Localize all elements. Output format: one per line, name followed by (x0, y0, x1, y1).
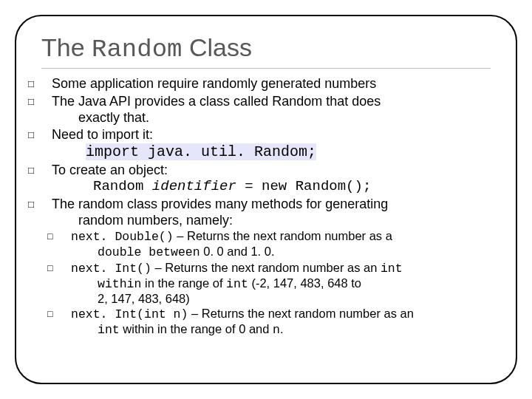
txt: within in the range of 0 and (120, 322, 273, 335)
bullet-icon: □ (41, 78, 52, 90)
slide-frame: The Random Class □Some application requi… (15, 15, 517, 384)
slide-body: □Some application require randomly gener… (41, 76, 491, 338)
bullet-icon: □ (41, 129, 52, 141)
bullet-need-import: □Need to import it: (41, 127, 491, 143)
bullet-text: Need to import it: (52, 127, 153, 142)
code-import-text: import java. util. Random; (86, 143, 316, 160)
range: 0. 0 and 1. 0. (200, 245, 275, 258)
bullet-text-cont: random numbers, namely: (55, 213, 491, 229)
dash: – (151, 261, 165, 274)
txt: in the range of (141, 276, 226, 290)
bullet-icon: □ (61, 231, 71, 242)
sub-bullet-nextdouble: □next. Double() – Returns the next rando… (61, 229, 491, 260)
range: (-2, 147, 483, 648 to (248, 276, 361, 290)
bullet-create-object: □To create an object: (41, 163, 491, 179)
desc: Returns the next random number as an (202, 307, 414, 320)
bullet-icon: □ (41, 96, 52, 108)
desc: Returns the next random number as a (187, 229, 392, 242)
bullet-methods: □The random class provides many methods … (41, 197, 491, 228)
code-part: = new Random(); (236, 178, 371, 194)
desc-line3: 2, 147, 483, 648) (74, 292, 491, 307)
bullet-java-api: □The Java API provides a class called Ra… (41, 94, 491, 126)
kw-int: int (226, 277, 248, 291)
kw-int: int (381, 262, 403, 276)
code-import: import java. util. Random; (86, 143, 491, 161)
method-code: next. Double() (71, 230, 174, 244)
desc-line2: int within in the range of 0 and n. (74, 322, 491, 338)
method-code: next. Int(int n) (71, 307, 188, 321)
sub-bullet-nextint-n: □next. Int(int n) – Returns the next ran… (61, 307, 491, 338)
bullet-text: To create an object: (52, 163, 168, 177)
code-part: Random (93, 178, 152, 194)
period: . (280, 322, 284, 335)
kw-int: int (98, 323, 120, 337)
dash: – (188, 307, 201, 320)
code-new-random: Random identifier = new Random(); (93, 178, 491, 195)
kw-double: double between (98, 245, 200, 259)
bullet-icon: □ (41, 165, 52, 177)
bullet-text-cont: exactly that. (55, 110, 491, 126)
desc: Returns the next random number as an (165, 261, 381, 274)
bullet-text: Some application require randomly genera… (52, 76, 376, 91)
bullet-icon: □ (61, 263, 71, 274)
bullet-applications: □Some application require randomly gener… (41, 76, 491, 92)
code-identifier: identifier (152, 178, 236, 194)
bullet-text: The Java API provides a class called Ran… (52, 94, 381, 109)
slide-title: The Random Class (41, 34, 491, 69)
sub-bullet-nextint: □next. Int() – Returns the next random n… (61, 261, 491, 306)
bullet-icon: □ (61, 309, 71, 320)
method-code: next. Int() (71, 262, 151, 276)
bullet-text: The random class provides many methods f… (52, 197, 388, 211)
kw-within: within (98, 277, 141, 291)
kw-n: n (273, 323, 280, 337)
title-mono: Random (92, 35, 182, 64)
bullet-icon: □ (41, 199, 52, 211)
dash: – (174, 229, 187, 242)
title-post: Class (182, 33, 251, 61)
desc-line2: double between 0. 0 and 1. 0. (74, 245, 491, 260)
title-pre: The (41, 33, 92, 61)
desc-line2: within in the range of int (-2, 147, 483… (74, 276, 491, 292)
